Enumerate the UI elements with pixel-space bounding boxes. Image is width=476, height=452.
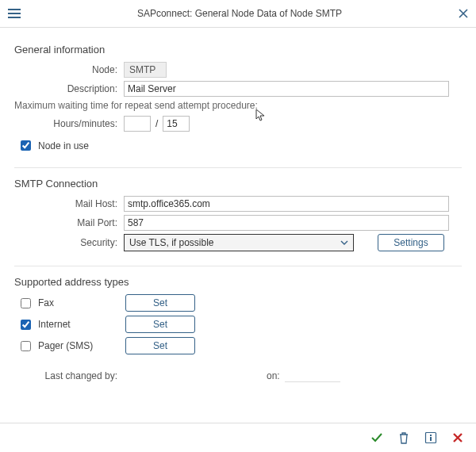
changed-on-label: on: — [267, 370, 280, 381]
changed-on-value — [285, 369, 340, 382]
mail-host-input[interactable] — [124, 196, 449, 212]
security-value: Use TLS, if possible — [129, 237, 340, 248]
dialog-toolbar — [0, 423, 476, 452]
pager-set-button[interactable]: Set — [125, 337, 195, 354]
mail-host-label: Mail Host: — [14, 198, 124, 209]
general-heading: General information — [14, 44, 462, 56]
slash-label: / — [155, 118, 158, 129]
addr-heading: Supported address types — [14, 276, 462, 288]
chevron-down-icon — [340, 240, 348, 245]
mail-port-input[interactable] — [124, 215, 449, 231]
delete-icon[interactable] — [397, 431, 411, 445]
pager-checkbox[interactable] — [21, 341, 31, 351]
svg-rect-1 — [430, 435, 432, 436]
node-value: SMTP — [124, 62, 167, 78]
internet-set-button[interactable]: Set — [125, 316, 195, 333]
hours-minutes-label: Hours/minutes: — [14, 118, 124, 129]
info-icon[interactable] — [424, 431, 438, 445]
svg-rect-2 — [430, 437, 432, 441]
fax-set-button[interactable]: Set — [125, 294, 195, 312]
internet-checkbox[interactable] — [21, 320, 31, 330]
menu-icon[interactable] — [8, 9, 21, 18]
security-label: Security: — [14, 237, 124, 248]
description-label: Description: — [14, 83, 124, 94]
hours-input[interactable] — [124, 116, 151, 132]
window-title: SAPconnect: General Node Data of Node SM… — [21, 8, 459, 19]
description-input[interactable] — [124, 81, 449, 97]
pager-label: Pager (SMS) — [38, 340, 93, 351]
minutes-input[interactable] — [163, 116, 190, 132]
last-changed-by-label: Last changed by: — [14, 370, 124, 381]
fax-label: Fax — [38, 297, 54, 308]
smtp-heading: SMTP Connection — [14, 178, 462, 190]
node-in-use-checkbox[interactable] — [21, 140, 31, 151]
last-changed-row: Last changed by: on: — [14, 369, 462, 382]
security-combobox[interactable]: Use TLS, if possible — [124, 234, 354, 251]
cancel-icon[interactable] — [451, 431, 465, 445]
fax-checkbox[interactable] — [21, 298, 31, 308]
close-icon[interactable] — [459, 9, 468, 18]
section-address-types: Supported address types Fax Set Internet… — [14, 276, 462, 393]
mail-port-label: Mail Port: — [14, 217, 124, 228]
internet-label: Internet — [38, 319, 71, 330]
section-smtp: SMTP Connection Mail Host: Mail Port: Se… — [14, 178, 462, 266]
section-general: General information Node: SMTP Descripti… — [14, 44, 462, 168]
wait-hint: Maximum waiting time for repeat send att… — [14, 100, 462, 111]
node-in-use-label: Node in use — [38, 140, 89, 151]
accept-icon[interactable] — [370, 431, 384, 445]
node-label: Node: — [14, 64, 124, 75]
settings-button[interactable]: Settings — [378, 234, 444, 251]
